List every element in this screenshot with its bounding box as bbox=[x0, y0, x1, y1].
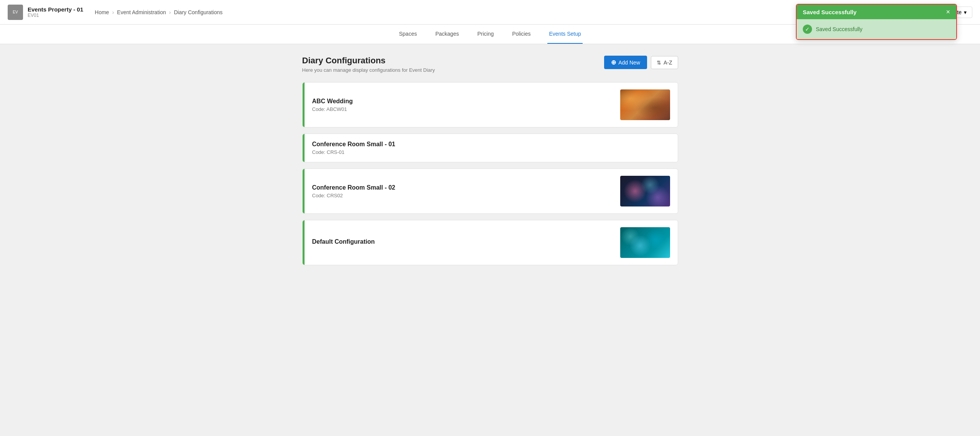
config-card-code: Code: CRS-01 bbox=[312, 149, 395, 155]
toast-close-button[interactable]: × bbox=[946, 8, 950, 15]
plus-icon: ⊕ bbox=[611, 59, 616, 66]
config-card-image bbox=[620, 89, 670, 120]
config-card-body: Default Configuration bbox=[305, 220, 678, 265]
breadcrumb-event-admin[interactable]: Event Administration bbox=[117, 9, 166, 15]
breadcrumb-sep-2: › bbox=[169, 9, 171, 15]
config-card-body: Conference Room Small - 01 Code: CRS-01 bbox=[305, 134, 678, 162]
config-card[interactable]: Conference Room Small - 01 Code: CRS-01 bbox=[302, 134, 678, 162]
config-card-image bbox=[620, 227, 670, 258]
tab-spaces[interactable]: Spaces bbox=[397, 25, 418, 44]
config-card-code: Code: CRS02 bbox=[312, 193, 395, 198]
sort-button[interactable]: ⇅ A-Z bbox=[651, 56, 678, 69]
toast-body: ✓ Saved Successfully bbox=[797, 19, 956, 39]
toast-success-icon: ✓ bbox=[803, 25, 812, 34]
toast-header: Saved Successfully × bbox=[797, 5, 956, 19]
sort-label: A-Z bbox=[664, 59, 672, 66]
logo: EV bbox=[8, 5, 23, 20]
add-new-button[interactable]: ⊕ Add New bbox=[604, 56, 647, 69]
toast-title: Saved Successfully bbox=[803, 9, 856, 15]
config-card-info: Conference Room Small - 01 Code: CRS-01 bbox=[312, 141, 395, 155]
config-card-body: ABC Wedding Code: ABCW01 bbox=[305, 83, 678, 127]
chevron-down-icon: ▾ bbox=[964, 9, 967, 15]
config-card-name: Conference Room Small - 02 bbox=[312, 184, 395, 191]
main-content: Diary Configurations Here you can manage… bbox=[279, 44, 701, 277]
breadcrumb-home[interactable]: Home bbox=[95, 9, 109, 15]
toast-notification: Saved Successfully × ✓ Saved Successfull… bbox=[796, 4, 957, 40]
breadcrumb-current: Diary Configurations bbox=[174, 9, 222, 15]
config-card-name: ABC Wedding bbox=[312, 98, 353, 105]
sort-icon: ⇅ bbox=[657, 59, 661, 66]
config-card-body: Conference Room Small - 02 Code: CRS02 bbox=[305, 169, 678, 213]
tab-events-setup[interactable]: Events Setup bbox=[547, 25, 582, 44]
page-header: Diary Configurations Here you can manage… bbox=[302, 56, 678, 73]
page-title-section: Diary Configurations Here you can manage… bbox=[302, 56, 435, 73]
config-list: ABC Wedding Code: ABCW01 Conference Room… bbox=[302, 82, 678, 265]
property-info-section: EV Events Property - 01 EV01 bbox=[8, 5, 83, 20]
logo-text: EV bbox=[13, 10, 18, 14]
config-card-name: Default Configuration bbox=[312, 238, 375, 245]
page-subtitle: Here you can manage display configuratio… bbox=[302, 67, 435, 73]
config-card[interactable]: Default Configuration bbox=[302, 220, 678, 265]
tab-policies[interactable]: Policies bbox=[511, 25, 532, 44]
header-btn-label: te bbox=[957, 9, 962, 15]
breadcrumb-sep-1: › bbox=[112, 9, 114, 15]
config-card-info: Default Configuration bbox=[312, 238, 375, 247]
toast-message: Saved Successfully bbox=[816, 26, 862, 32]
config-card-image bbox=[620, 176, 670, 206]
page-actions: ⊕ Add New ⇅ A-Z bbox=[604, 56, 678, 69]
property-code: EV01 bbox=[28, 13, 83, 18]
page-title: Diary Configurations bbox=[302, 56, 435, 66]
config-card-info: ABC Wedding Code: ABCW01 bbox=[312, 98, 353, 112]
config-card-code: Code: ABCW01 bbox=[312, 106, 353, 112]
config-card-info: Conference Room Small - 02 Code: CRS02 bbox=[312, 184, 395, 198]
tab-pricing[interactable]: Pricing bbox=[476, 25, 495, 44]
config-card[interactable]: ABC Wedding Code: ABCW01 bbox=[302, 82, 678, 127]
property-name: Events Property - 01 bbox=[28, 6, 83, 13]
config-card-name: Conference Room Small - 01 bbox=[312, 141, 395, 148]
tab-packages[interactable]: Packages bbox=[434, 25, 460, 44]
property-details: Events Property - 01 EV01 bbox=[28, 6, 83, 18]
config-card[interactable]: Conference Room Small - 02 Code: CRS02 bbox=[302, 168, 678, 214]
add-new-label: Add New bbox=[618, 59, 640, 66]
top-header: EV Events Property - 01 EV01 Home › Even… bbox=[0, 0, 980, 25]
